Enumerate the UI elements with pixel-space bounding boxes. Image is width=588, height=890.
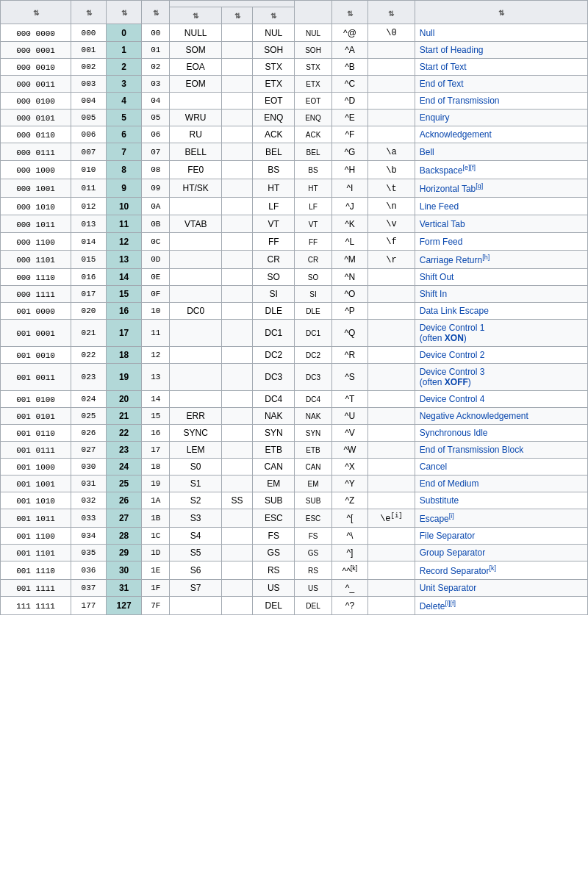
table-row: 000 1110016140ESOSO^NShift Out <box>1 269 588 286</box>
ascii-table: 000 0000000000NULLNULNUL^@\0Null000 0001… <box>0 0 588 615</box>
table-row: 001 00010211711DC1DC1^QDevice Control 1(… <box>1 320 588 347</box>
table-row: 000 0110006606RUACKACK^FAcknowledgement <box>1 126 588 143</box>
table-row: 001 1100034281CS4FSFS^\File Separator <box>1 528 588 545</box>
table-row: 000 0001001101SOMSOHSOH^AStart of Headin… <box>1 42 588 59</box>
table-row: 000 1001011909HT/SKHTHT^I\tHorizontal Ta… <box>1 179 588 198</box>
cescape-header[interactable] <box>368 1 415 24</box>
abbr1965-header[interactable] <box>221 7 252 24</box>
unicode-header <box>295 1 332 24</box>
table-row: 001 1101035291DS5GSGS^]Group Separator <box>1 545 588 561</box>
table-row: 001 10000302418S0CANCAN^XCancel <box>1 459 588 475</box>
table-row: 001 01000242014DC4DC4^TDevice Control 4 <box>1 391 588 408</box>
abbreviation-header <box>170 1 295 7</box>
table-row: 000 1111017150FSISI^OShift In <box>1 286 588 303</box>
table-row: 001 01100262216SYNCSYNSYN^VSynchronous I… <box>1 425 588 442</box>
table-row: 000 1010012100ALFLF^J\nLine Feed <box>1 198 588 215</box>
table-row: 001 10010312519S1EMEM^YEnd of Medium <box>1 475 588 492</box>
header-row-1 <box>1 1 588 7</box>
table-row: 001 1010032261AS2SSSUBSUB^ZSubstitute <box>1 492 588 509</box>
table-row: 000 0000000000NULLNULNUL^@\0Null <box>1 24 588 42</box>
table-row: 000 1000010808FE0BSBS^H\bBackspace[e][f] <box>1 161 588 179</box>
table-row: 001 00110231913DC3DC3^SDevice Control 3(… <box>1 364 588 391</box>
table-row: 001 1011033271BS3ESCESC^[\e[i]Escape[i] <box>1 509 588 528</box>
table-row: 000 1101015130DCRCR^M\rCarriage Return[h… <box>1 251 588 269</box>
oct-header[interactable] <box>71 1 107 24</box>
abbr1967-header[interactable] <box>253 7 295 24</box>
table-row: 000 1100014120CFFFF^L\fForm Feed <box>1 233 588 251</box>
dec-header[interactable] <box>106 1 141 24</box>
table-row: 000 0100004404EOTEOT^DEnd of Transmissio… <box>1 93 588 110</box>
table-row: 001 1111037311FS7USUS^_Unit Separator <box>1 580 588 597</box>
table-row: 000 0101005505WRUENQENQ^EEnquiry <box>1 110 588 126</box>
table-row: 001 1110036301ES6RSRS^^[k]Record Separat… <box>1 561 588 580</box>
hex-header[interactable] <box>142 1 170 24</box>
caret-header[interactable] <box>331 1 368 24</box>
table-row: 000 0111007707BELLBELBEL^G\aBell <box>1 143 588 161</box>
table-row: 000 0010002202EOASTXSTX^BStart of Text <box>1 59 588 76</box>
table-row: 000 0011003303EOMETXETX^CEnd of Text <box>1 76 588 93</box>
name-header[interactable] <box>415 1 587 24</box>
table-row: 001 00100221812DC2DC2^RDevice Control 2 <box>1 347 588 364</box>
table-row: 001 01010252115ERRNAKNAK^UNegative Ackno… <box>1 408 588 425</box>
table-row: 000 1011013110BVTABVTVT^K\vVertical Tab <box>1 215 588 233</box>
binary-header[interactable] <box>1 1 71 24</box>
table-row: 001 00000201610DC0DLEDLE^PData Link Esca… <box>1 303 588 320</box>
table-row: 111 11111771277FDELDEL^?Delete[l][f] <box>1 597 588 615</box>
abbr1963-header[interactable] <box>170 7 222 24</box>
table-row: 001 01110272317LEMETBETB^WEnd of Transmi… <box>1 442 588 459</box>
